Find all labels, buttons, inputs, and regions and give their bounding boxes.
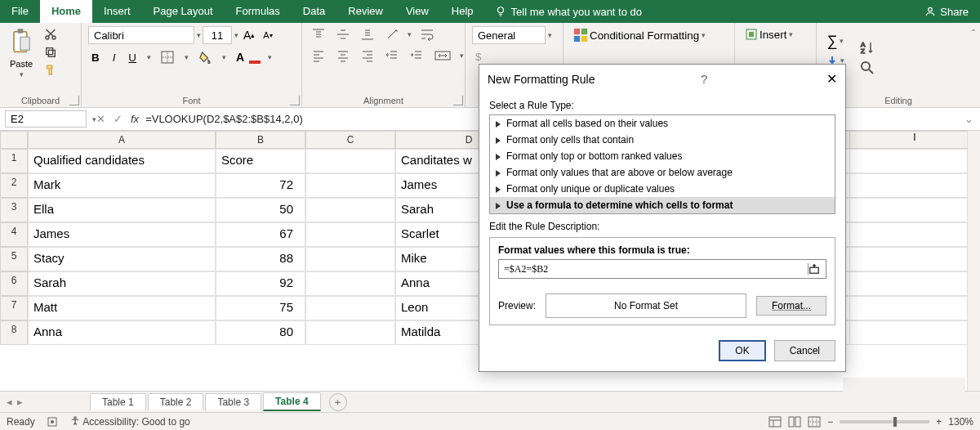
col-header[interactable]: A	[28, 131, 216, 149]
rule-type-option[interactable]: Format only values that are above or bel…	[490, 164, 835, 181]
format-button[interactable]: Format...	[756, 296, 826, 316]
col-header[interactable]: I	[849, 131, 980, 149]
cell[interactable]: 72	[216, 173, 305, 198]
align-bottom-button[interactable]	[358, 26, 377, 43]
cut-button[interactable]	[41, 26, 60, 43]
range-picker-icon[interactable]	[808, 263, 826, 275]
help-icon[interactable]: ?	[701, 72, 707, 86]
cell[interactable]: Ella	[28, 198, 216, 222]
cell[interactable]	[305, 271, 395, 296]
rule-type-option[interactable]: Format only unique or duplicate values	[490, 181, 835, 197]
cell[interactable]	[305, 198, 395, 222]
cell[interactable]: Stacy	[28, 247, 216, 271]
rule-formula-input[interactable]	[499, 262, 808, 277]
expand-formula-bar-icon[interactable]: ⌄	[958, 113, 980, 125]
view-page-layout-icon[interactable]	[788, 416, 801, 428]
sheet-nav-prev-icon[interactable]: ◂	[7, 396, 12, 408]
dialog-launcher-icon[interactable]	[453, 96, 463, 105]
font-name-combo[interactable]	[88, 26, 194, 44]
rule-type-list[interactable]: Format all cells based on their values F…	[489, 114, 835, 214]
add-sheet-button[interactable]: ＋	[329, 393, 347, 411]
tab-insert[interactable]: Insert	[92, 0, 142, 23]
cell[interactable]	[305, 149, 395, 173]
paste-button[interactable]	[7, 26, 36, 57]
rule-type-option[interactable]: Format all cells based on their values	[490, 115, 835, 132]
cell[interactable]: 80	[216, 320, 305, 345]
col-header[interactable]: B	[216, 131, 305, 149]
cell[interactable]	[305, 296, 395, 320]
close-icon[interactable]: ✕	[826, 71, 837, 87]
dialog-launcher-icon[interactable]	[69, 96, 79, 105]
tab-help[interactable]: Help	[440, 0, 485, 23]
accounting-format-button[interactable]: $	[472, 49, 484, 65]
row-header[interactable]: 8	[0, 320, 28, 345]
align-middle-button[interactable]	[333, 26, 353, 43]
vertical-scrollbar[interactable]	[967, 131, 980, 391]
rule-type-option[interactable]: Use a formula to determine which cells t…	[490, 197, 835, 213]
cell[interactable]: 92	[216, 271, 305, 296]
collapse-ribbon-icon[interactable]: ˆ	[972, 28, 975, 40]
merge-center-button[interactable]	[431, 47, 454, 64]
autosum-button[interactable]: ∑▾	[823, 31, 848, 52]
sheet-tab[interactable]: Table 3	[205, 393, 261, 410]
cell[interactable]: 88	[216, 247, 305, 271]
increase-font-button[interactable]: A▴	[240, 27, 258, 43]
tab-review[interactable]: Review	[336, 0, 394, 23]
cell[interactable]	[305, 173, 395, 198]
sheet-nav-next-icon[interactable]: ▸	[17, 396, 23, 408]
conditional-formatting-button[interactable]: Conditional Formatting▾	[570, 26, 709, 44]
tab-file[interactable]: File	[0, 0, 40, 23]
row-header[interactable]: 7	[0, 296, 28, 320]
cell[interactable]: 75	[216, 296, 305, 320]
align-right-button[interactable]	[358, 47, 377, 64]
row-header[interactable]: 2	[0, 173, 28, 198]
chevron-down-icon[interactable]: ▾	[234, 31, 238, 39]
cancel-formula-icon[interactable]: ✕	[96, 113, 105, 125]
row-header[interactable]: 5	[0, 247, 28, 271]
sheet-tab[interactable]: Table 2	[148, 393, 204, 410]
row-header[interactable]: 3	[0, 198, 28, 222]
font-size-combo[interactable]	[203, 26, 232, 44]
rule-type-option[interactable]: Format only cells that contain	[490, 132, 835, 148]
fill-color-button[interactable]	[195, 49, 215, 65]
cell[interactable]: James	[28, 222, 216, 247]
chevron-down-icon[interactable]: ▾	[20, 70, 24, 78]
row-header[interactable]: 4	[0, 222, 28, 247]
cell[interactable]: 50	[216, 198, 305, 222]
copy-button[interactable]	[41, 44, 60, 60]
insert-cells-button[interactable]: Insert▾	[742, 26, 796, 43]
borders-button[interactable]	[158, 49, 177, 65]
macro-record-icon[interactable]	[47, 416, 58, 428]
share-button[interactable]: Share	[913, 0, 980, 23]
accessibility-status[interactable]: Accessibility: Good to go	[69, 415, 190, 428]
zoom-slider[interactable]	[840, 420, 929, 423]
tell-me[interactable]: Tell me what you want to do	[485, 0, 652, 23]
sheet-tab[interactable]: Table 1	[90, 393, 146, 410]
view-normal-icon[interactable]	[768, 416, 782, 428]
dialog-launcher-icon[interactable]	[290, 96, 300, 105]
cell[interactable]: Mark	[28, 173, 216, 198]
zoom-level[interactable]: 130%	[948, 416, 973, 428]
bold-button[interactable]: B	[88, 50, 103, 65]
cell[interactable]	[305, 247, 395, 271]
underline-button[interactable]: U	[125, 50, 140, 65]
row-header[interactable]: 1	[0, 149, 28, 173]
col-header[interactable]: C	[305, 131, 395, 149]
select-all-corner[interactable]	[0, 131, 28, 149]
cell[interactable]	[305, 222, 395, 247]
cell[interactable]: Qualified candidates	[28, 149, 216, 173]
horizontal-scrollbar[interactable]	[843, 378, 965, 392]
tab-page-layout[interactable]: Page Layout	[142, 0, 225, 23]
cancel-button[interactable]: Cancel	[774, 340, 835, 361]
decrease-font-button[interactable]: A▾	[260, 29, 275, 42]
align-top-button[interactable]	[309, 26, 328, 43]
cell[interactable]: 67	[216, 222, 305, 247]
name-box[interactable]	[5, 110, 87, 128]
cell[interactable]: Score	[216, 149, 305, 173]
cell[interactable]: Matt	[28, 296, 216, 320]
row-header[interactable]: 6	[0, 271, 28, 296]
fx-icon[interactable]: fx	[131, 113, 139, 125]
tab-formulas[interactable]: Formulas	[225, 0, 292, 23]
cell[interactable]	[305, 320, 395, 345]
increase-indent-button[interactable]	[407, 47, 426, 64]
